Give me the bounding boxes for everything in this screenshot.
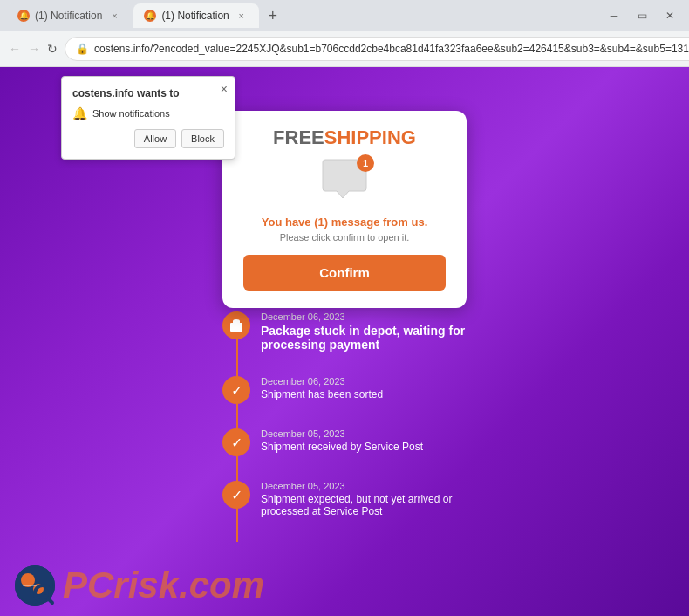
minimize-button[interactable]: ─ (602, 3, 626, 28)
pcrisk-text: PCrisk.com (63, 565, 264, 606)
timeline-icon-2: ✓ (222, 376, 250, 404)
tab-1-favicon: 🔔 (17, 10, 30, 22)
shipping-text: SHIPPING (324, 127, 416, 148)
page-content: × costens.info wants to 🔔 Show notificat… (0, 67, 689, 616)
main-card: FREESHIPPING 1 You have (1) message from… (222, 111, 467, 308)
timeline-desc-1: Package stuck in depot, waiting for proc… (261, 324, 467, 352)
timeline-item-4: ✓ December 05, 2023 Shipment expected, b… (222, 481, 467, 517)
timeline: December 06, 2023 Package stuck in depot… (222, 311, 467, 542)
message-line1: You have (262, 216, 314, 229)
timeline-icon-4: ✓ (222, 481, 250, 509)
new-tab-button[interactable]: + (261, 3, 285, 28)
timeline-desc-4: Shipment expected, but not yet arrived o… (261, 493, 467, 517)
timeline-item-1: December 06, 2023 Package stuck in depot… (222, 311, 467, 352)
pcrisk-orange-text: risk.com (113, 565, 264, 606)
pcrisk-logo: PCrisk.com (14, 565, 264, 606)
pcrisk-globe-icon (14, 565, 56, 606)
timeline-icon-3: ✓ (222, 428, 250, 456)
timeline-date-3: December 05, 2023 (261, 428, 423, 439)
timeline-content-3: December 05, 2023 Shipment received by S… (261, 428, 423, 453)
timeline-date-1: December 06, 2023 (261, 311, 467, 322)
timeline-content-2: December 06, 2023 Shipment has been sort… (261, 376, 383, 400)
notification-popup-title: costens.info wants to (72, 87, 224, 99)
browser-chrome: 🔔 (1) Notification × 🔔 (1) Notification … (0, 0, 689, 67)
timeline-date-4: December 05, 2023 (261, 481, 467, 491)
refresh-button[interactable]: ↻ (47, 37, 58, 61)
free-shipping-text: FREESHIPPING (243, 128, 446, 147)
message-line2: message from us. (328, 216, 427, 229)
notification-popup-row-text: Show notifications (92, 108, 170, 119)
close-window-button[interactable]: ✕ (658, 3, 682, 28)
lock-icon: 🔒 (76, 43, 89, 55)
window-controls: ─ ▭ ✕ (602, 3, 682, 28)
pcrisk-gray-text: PC (63, 565, 113, 606)
notification-popup-buttons: Allow Block (72, 129, 224, 148)
tab-2-label: (1) Notification (161, 10, 229, 22)
timeline-content-1: December 06, 2023 Package stuck in depot… (261, 311, 467, 352)
message-icon-container: 1 (318, 158, 371, 205)
timeline-item-3: ✓ December 05, 2023 Shipment received by… (222, 428, 467, 456)
confirm-button[interactable]: Confirm (243, 255, 446, 291)
timeline-item-2: ✓ December 06, 2023 Shipment has been so… (222, 376, 467, 404)
block-button[interactable]: Block (181, 129, 224, 148)
notification-popup-close[interactable]: × (221, 82, 228, 96)
notification-permission-popup: × costens.info wants to 🔔 Show notificat… (61, 76, 235, 160)
tab-1[interactable]: 🔔 (1) Notification × (7, 3, 132, 28)
timeline-date-2: December 06, 2023 (261, 376, 383, 387)
maximize-button[interactable]: ▭ (630, 3, 654, 28)
notification-popup-row: 🔔 Show notifications (72, 106, 224, 120)
bell-icon: 🔔 (72, 106, 87, 120)
timeline-content-4: December 05, 2023 Shipment expected, but… (261, 481, 467, 517)
url-text: costens.info/?encoded_value=2245XJQ&sub1… (94, 43, 689, 55)
tab-2-favicon: 🔔 (144, 10, 156, 22)
timeline-icon-1 (222, 311, 250, 339)
tab-1-close[interactable]: × (107, 9, 121, 23)
address-bar: ← → ↻ 🔒 costens.info/?encoded_value=2245… (0, 31, 689, 66)
message-text: You have (1) message from us. (243, 216, 446, 229)
allow-button[interactable]: Allow (134, 129, 176, 148)
timeline-desc-3: Shipment received by Service Post (261, 441, 423, 453)
back-button[interactable]: ← (9, 37, 21, 61)
tab-2-close[interactable]: × (235, 9, 249, 23)
free-text: FREE (273, 127, 324, 148)
message-highlight: (1) (314, 216, 328, 229)
tab-1-label: (1) Notification (35, 10, 102, 22)
tab-bar: 🔔 (1) Notification × 🔔 (1) Notification … (0, 0, 689, 31)
timeline-desc-2: Shipment has been sorted (261, 388, 383, 400)
message-badge: 1 (357, 154, 374, 172)
sub-text: Please click confirm to open it. (243, 232, 446, 243)
url-bar[interactable]: 🔒 costens.info/?encoded_value=2245XJQ&su… (65, 37, 689, 61)
forward-button[interactable]: → (28, 37, 40, 61)
tab-2[interactable]: 🔔 (1) Notification × (133, 3, 258, 28)
